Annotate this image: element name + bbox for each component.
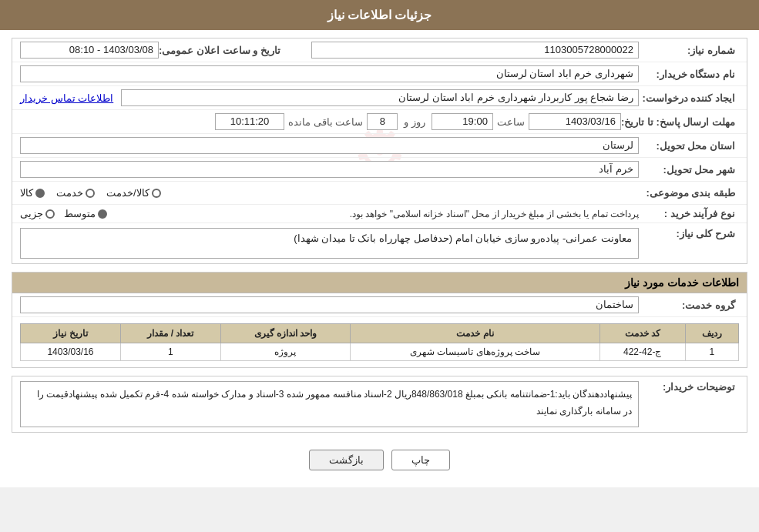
province-label: استان محل تحویل: xyxy=(639,140,739,152)
deadline-remaining: 10:11:20 xyxy=(215,113,284,130)
process-desc: پرداخت تمام یا بخشی از مبلغ خریدار از مح… xyxy=(334,209,640,219)
creator-label: ایجاد کننده درخواست: xyxy=(639,92,739,104)
cell-qty: 1 xyxy=(120,343,220,361)
main-content: ⚙ شماره نیاز: 1103005728000022 تاریخ و س… xyxy=(0,30,759,487)
creator-row: ایجاد کننده درخواست: رضا شجاع پور کاربرد… xyxy=(12,86,747,110)
creator-value: رضا شجاع پور کاربردار شهرداری خرم اباد ا… xyxy=(121,89,639,106)
deadline-days-label: روز و xyxy=(404,116,425,128)
category-goods-option: کالا xyxy=(20,187,45,199)
main-info-section: ⚙ شماره نیاز: 1103005728000022 تاریخ و س… xyxy=(12,38,747,264)
cell-unit: پروژه xyxy=(220,343,350,361)
radio-medium-icon xyxy=(98,209,107,219)
category-radio-group: کالا/خدمت خدمت کالا xyxy=(20,187,639,199)
cell-row: 1 xyxy=(685,343,738,361)
col-qty: تعداد / مقدار xyxy=(120,324,220,343)
need-number-label: شماره نیاز: xyxy=(639,45,739,56)
city-label: شهر محل تحویل: xyxy=(639,164,739,176)
announce-label: تاریخ و ساعت اعلان عمومی: xyxy=(159,45,280,56)
category-service-option: خدمت xyxy=(56,187,95,199)
description-row: شرح کلی نیاز: معاونت عمرانی- پیاده‌رو سا… xyxy=(12,223,747,263)
services-section-title: اطلاعات خدمات مورد نیاز xyxy=(12,273,747,293)
cell-name: ساخت پروژه‌های تاسیسات شهری xyxy=(351,343,600,361)
deadline-days: 8 xyxy=(367,113,398,130)
notes-value: پیشنهاددهندگان باید:1-ضمانتنامه بانکی بم… xyxy=(20,381,639,427)
buyer-org-value: شهرداری خرم اباد استان لرستان xyxy=(20,65,639,82)
service-group-label: گروه خدمت: xyxy=(639,299,739,311)
back-button[interactable]: بازگشت xyxy=(309,450,384,470)
announce-value: 1403/03/08 - 08:10 xyxy=(20,42,159,59)
buttons-row: چاپ بازگشت xyxy=(12,440,747,480)
category-label: طبقه بندی موضوعی: xyxy=(639,187,739,199)
category-service-label: خدمت xyxy=(56,187,83,199)
process-options: متوسط جزیی xyxy=(20,208,326,219)
services-table: ردیف کد خدمت نام خدمت واحد اندازه گیری ت… xyxy=(20,323,739,361)
deadline-label: مهلت ارسال پاسخ: تا تاریخ: xyxy=(621,116,739,128)
cell-date: 1403/03/16 xyxy=(21,343,121,361)
radio-goods-icon xyxy=(35,189,45,198)
col-name: نام خدمت xyxy=(351,324,600,343)
process-medium-option: متوسط xyxy=(64,208,107,219)
services-table-section: ردیف کد خدمت نام خدمت واحد اندازه گیری ت… xyxy=(12,317,747,367)
col-row-num: ردیف xyxy=(685,324,738,343)
deadline-time: 19:00 xyxy=(432,113,493,130)
contact-info-link[interactable]: اطلاعات تماس خریدار xyxy=(20,92,113,104)
process-partial-option: جزیی xyxy=(20,208,55,219)
deadline-row: مهلت ارسال پاسخ: تا تاریخ: 1403/03/16 سا… xyxy=(12,110,747,134)
table-header-row: ردیف کد خدمت نام خدمت واحد اندازه گیری ت… xyxy=(21,324,739,343)
deadline-date: 1403/03/16 xyxy=(529,113,621,130)
page-header: جزئیات اطلاعات نیاز xyxy=(0,0,759,30)
services-section: اطلاعات خدمات مورد نیاز گروه خدمت: ساختم… xyxy=(12,272,747,368)
radio-partial-icon xyxy=(45,209,55,219)
page-wrapper: جزئیات اطلاعات نیاز ⚙ شماره نیاز: 110300… xyxy=(0,0,759,487)
radio-service-icon xyxy=(86,189,95,198)
need-number-value: 1103005728000022 xyxy=(311,42,639,59)
description-value: معاونت عمرانی- پیاده‌رو سازی خیابان امام… xyxy=(20,228,639,259)
process-medium-label: متوسط xyxy=(64,208,96,219)
process-row: نوع فرآیند خرید : پرداخت تمام یا بخشی از… xyxy=(12,205,747,223)
col-code: کد خدمت xyxy=(599,324,685,343)
process-partial-label: جزیی xyxy=(20,208,43,219)
notes-row: توضیحات خریدار: پیشنهاددهندگان باید:1-ضم… xyxy=(12,376,747,433)
col-unit: واحد اندازه گیری xyxy=(220,324,350,343)
table-row: 1ج-42-422ساخت پروژه‌های تاسیسات شهریپروژ… xyxy=(21,343,739,361)
category-both-label: کالا/خدمت xyxy=(106,187,149,199)
process-label: نوع فرآیند خرید : xyxy=(639,208,739,219)
province-value: لرستان xyxy=(20,137,639,154)
city-row: شهر محل تحویل: خرم آباد xyxy=(12,158,747,182)
page-title: جزئیات اطلاعات نیاز xyxy=(327,8,432,22)
buyer-org-row: نام دستگاه خریدار: شهرداری خرم اباد استا… xyxy=(12,62,747,86)
category-row: طبقه بندی موضوعی: کالا/خدمت خدمت کالا xyxy=(12,182,747,205)
service-group-value: ساختمان xyxy=(20,296,639,313)
notes-label: توضیحات خریدار: xyxy=(639,381,739,393)
buyer-org-label: نام دستگاه خریدار: xyxy=(639,69,739,80)
col-date: تاریخ نیاز xyxy=(21,324,121,343)
cell-code: ج-42-422 xyxy=(599,343,685,361)
deadline-remaining-label: ساعت باقی مانده xyxy=(288,116,363,128)
print-button[interactable]: چاپ xyxy=(391,450,450,470)
city-value: خرم آباد xyxy=(20,161,639,178)
province-row: استان محل تحویل: لرستان xyxy=(12,134,747,158)
category-both-option: کالا/خدمت xyxy=(106,187,161,199)
deadline-time-label: ساعت xyxy=(497,116,525,128)
service-group-row: گروه خدمت: ساختمان xyxy=(12,293,747,317)
radio-both-icon xyxy=(152,189,161,198)
category-goods-label: کالا xyxy=(20,187,33,199)
need-number-row: شماره نیاز: 1103005728000022 تاریخ و ساع… xyxy=(12,38,747,62)
description-label: شرح کلی نیاز: xyxy=(639,228,739,239)
